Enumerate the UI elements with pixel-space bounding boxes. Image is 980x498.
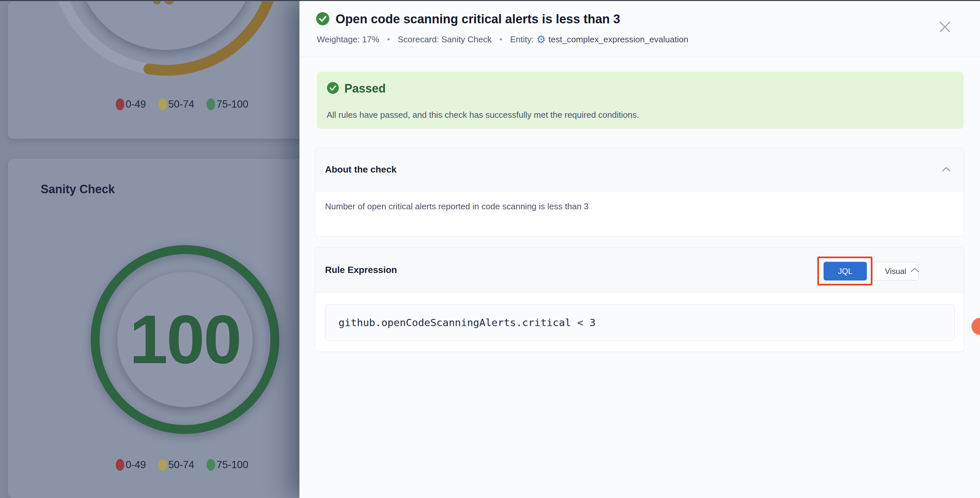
close-button[interactable] (937, 19, 953, 35)
legend-item-mid: 50-74 (158, 459, 194, 471)
bullet-separator: • (500, 35, 502, 44)
legend-gold-dot (158, 99, 167, 110)
score-range-legend: 0-49 50-74 75-100 (116, 99, 248, 110)
chevron-up-icon (910, 267, 920, 273)
legend-label: 0-49 (126, 459, 146, 471)
rule-section-header: Rule Expression JQL Visual (315, 247, 964, 293)
gauge-score-value: 100 (87, 304, 283, 375)
score-range-legend: 0-49 50-74 75-100 (116, 459, 248, 471)
collapse-button[interactable] (908, 264, 921, 277)
rule-expression-code-box: github.openCodeScanningAlerts.critical <… (325, 304, 955, 341)
entity-label: Entity: (510, 35, 534, 45)
rule-expression-section: Rule Expression JQL Visual github.openCo… (315, 247, 964, 352)
about-section-title: About the check (325, 164, 396, 175)
about-section-header[interactable]: About the check (315, 148, 964, 192)
scorecard-text: Scorecard: Sanity Check (398, 35, 492, 45)
legend-label: 50-74 (168, 99, 194, 110)
entity-value-link[interactable]: test_complex_expression_evaluation (548, 35, 688, 45)
about-section-description: Number of open critical alerts reported … (325, 201, 589, 212)
rule-section-title: Rule Expression (325, 265, 397, 275)
rule-expression-text: github.openCodeScanningAlerts.critical <… (339, 317, 596, 328)
bullet-separator: • (387, 35, 390, 44)
passed-status-description: All rules have passed, and this check ha… (327, 110, 639, 120)
weightage-text: Weightage: 17% (317, 35, 379, 45)
header-divider (299, 57, 980, 57)
legend-green-dot (207, 459, 215, 471)
legend-red-dot (116, 99, 124, 110)
legend-item-low: 0-49 (116, 459, 146, 471)
legend-item-high: 75-100 (207, 459, 248, 471)
about-the-check-section: About the check Number of open critical … (315, 148, 964, 237)
passed-status-title: Passed (344, 82, 386, 95)
check-passed-icon (316, 12, 329, 25)
legend-item-mid: 50-74 (158, 99, 194, 110)
legend-green-dot (207, 99, 215, 110)
gauge-inner-disc (77, 1, 255, 50)
legend-label: 75-100 (216, 459, 248, 471)
passed-check-icon (327, 82, 339, 94)
modal-title: Open code scanning critical alerts is le… (336, 11, 620, 27)
legend-red-dot (116, 459, 124, 471)
legend-gold-dot (158, 459, 167, 471)
check-details-modal: Open code scanning critical alerts is le… (299, 0, 980, 498)
close-icon (937, 19, 953, 35)
window-top-edge (0, 0, 980, 1)
passed-status-banner: Passed All rules have passed, and this c… (317, 72, 964, 129)
legend-label: 0-49 (126, 99, 146, 110)
legend-label: 75-100 (216, 99, 248, 110)
legend-label: 50-74 (168, 459, 194, 471)
entity-group: Entity: ⚙ test_complex_expression_evalua… (510, 34, 688, 45)
gear-icon: ⚙ (536, 34, 546, 45)
check-meta-row: Weightage: 17% • Scorecard: Sanity Check… (317, 34, 689, 45)
jql-highlight-annotation (817, 256, 872, 285)
chevron-up-icon (942, 167, 951, 172)
legend-item-low: 0-49 (116, 99, 146, 110)
legend-item-high: 75-100 (207, 99, 248, 110)
collapse-button[interactable] (940, 163, 953, 176)
